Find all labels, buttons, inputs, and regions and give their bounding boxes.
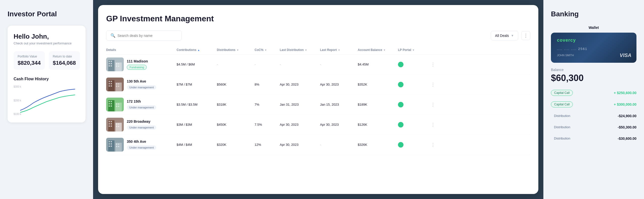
row-actions-button[interactable]: ⋮ — [431, 82, 441, 87]
svg-rect-47 — [111, 125, 112, 127]
status-dot — [398, 62, 404, 67]
chart-label-200k: $200 k — [14, 99, 21, 102]
svg-rect-57 — [109, 143, 110, 145]
row-actions-button[interactable]: ⋮ — [431, 142, 441, 148]
svg-rect-59 — [109, 146, 110, 147]
svg-rect-12 — [118, 65, 119, 67]
svg-rect-55 — [109, 141, 110, 142]
td-value: - — [280, 62, 320, 66]
deal-image — [106, 118, 124, 131]
transaction-row: Capital Call + $250,600.00 — [551, 88, 636, 97]
card-logo: covercy — [557, 38, 630, 43]
portfolio-value: $820,344 — [18, 60, 41, 66]
transaction-label: Capital Call — [551, 101, 573, 107]
svg-rect-32 — [111, 103, 112, 104]
svg-rect-63 — [116, 146, 117, 147]
table-header: Details Contributions ▲ Distributions ▼ … — [106, 46, 530, 54]
deal-badge: Fundraising — [127, 65, 147, 70]
th-actions — [431, 48, 441, 52]
svg-rect-49 — [118, 123, 119, 125]
row-actions-button[interactable]: ⋮ — [431, 102, 441, 107]
svg-rect-10 — [118, 63, 119, 64]
deal-image — [106, 57, 124, 71]
svg-rect-3 — [109, 61, 110, 62]
svg-rect-31 — [109, 103, 110, 104]
search-box[interactable]: 🔍 — [106, 30, 182, 41]
deals-table: Details Contributions ▲ Distributions ▼ … — [106, 46, 530, 194]
deal-image — [106, 138, 124, 152]
td-account-balance: $326K — [358, 143, 398, 147]
status-dot-cell — [398, 62, 431, 67]
td-value: - — [320, 62, 358, 66]
stats-row: Portfolio Value $820,344 Return to date … — [14, 51, 79, 70]
chart-y-labels: $300 k $200 k $100 k — [14, 85, 21, 115]
th-coc[interactable]: CoC% ▼ — [255, 48, 280, 52]
chart-svg — [14, 85, 79, 115]
visa-icon: VISA — [620, 52, 631, 58]
th-distributions[interactable]: Distributions ▼ — [217, 48, 255, 52]
status-dot-cell — [398, 122, 431, 127]
balance-currency: $ — [551, 73, 556, 83]
subtitle-text: Check out your investment performance — [14, 41, 79, 45]
search-input[interactable] — [117, 34, 177, 38]
transaction-amount: -$50,300.00 — [618, 125, 636, 129]
svg-rect-34 — [111, 105, 112, 107]
svg-rect-61 — [116, 144, 117, 145]
cash-flow-chart: $300 k $200 k $100 k — [14, 85, 79, 115]
td-value: - — [217, 62, 255, 66]
chart-label-300k: $300 k — [14, 85, 21, 88]
deal-name: 111 Madison — [127, 59, 148, 63]
td-contributions: $4.5M / $6M — [177, 62, 217, 66]
card-holder-name: JOHN SMITH — [557, 54, 630, 57]
svg-rect-64 — [118, 146, 119, 147]
svg-rect-4 — [111, 61, 112, 62]
td-value: 12% — [255, 143, 280, 147]
td-value: 7% — [255, 103, 280, 106]
th-account-balance[interactable]: Account Balance ▼ — [358, 48, 398, 52]
svg-rect-24 — [116, 86, 117, 87]
td-value: Apr 30, 2023 — [280, 123, 320, 126]
transaction-row: Distribution -$30,600.00 — [551, 134, 636, 143]
svg-rect-42 — [109, 121, 110, 122]
th-lp-portal[interactable]: LP Portal ▼ — [398, 48, 431, 52]
all-deals-dropdown[interactable]: All Deals ▼ — [491, 31, 518, 40]
svg-rect-60 — [111, 146, 112, 147]
th-last-distribution[interactable]: Last Distribution ▼ — [280, 48, 320, 52]
svg-rect-30 — [111, 101, 112, 102]
cash-flow-title: Cash Flow History — [14, 77, 79, 81]
balance-value: $60,300 — [551, 73, 636, 83]
table-row: 130 5th Ave Under management $7M / $7M $… — [106, 75, 530, 95]
transaction-amount: -$30,600.00 — [618, 137, 636, 141]
td-contributions: $3M / $3M — [177, 123, 217, 126]
status-dot-cell — [398, 102, 431, 107]
deal-image — [106, 78, 124, 91]
svg-rect-21 — [111, 85, 112, 87]
status-dot — [398, 122, 404, 127]
th-last-report[interactable]: Last Report ▼ — [320, 48, 358, 52]
th-contributions[interactable]: Contributions ▲ — [177, 48, 217, 52]
return-value-box: Return to date $164,068 — [49, 51, 80, 70]
deal-info: 111 Madison Fundraising — [106, 57, 177, 71]
svg-rect-18 — [109, 83, 110, 84]
td-value: Apr 30, 2023 — [280, 143, 320, 147]
row-actions-button[interactable]: ⋮ — [431, 62, 441, 67]
td-value: Apr 30, 2023 — [320, 123, 358, 126]
status-dot-cell — [398, 82, 431, 87]
deal-badge: Under management — [127, 125, 156, 130]
table-row: 172 15th Under management $3.5M / $3.5M … — [106, 95, 530, 115]
svg-rect-50 — [116, 126, 117, 127]
portal-card: Hello John, Check out your investment pe… — [8, 26, 86, 122]
svg-rect-20 — [109, 85, 110, 87]
deal-info: 220 Broadway Under management — [106, 118, 177, 131]
row-actions-button[interactable]: ⋮ — [431, 122, 441, 127]
svg-rect-51 — [118, 126, 119, 127]
chevron-down-icon: ▼ — [511, 34, 514, 37]
td-value: 8% — [255, 83, 280, 86]
transaction-row: Distribution -$24,900.00 — [551, 111, 636, 120]
wallet-label: Wallet — [551, 26, 636, 30]
td-value: Jan 31, 2023 — [280, 103, 320, 106]
svg-rect-56 — [111, 141, 112, 142]
svg-rect-5 — [109, 63, 110, 64]
more-options-button[interactable]: ⋮ — [521, 31, 530, 40]
td-contributions: $7M / $7M — [177, 83, 217, 86]
